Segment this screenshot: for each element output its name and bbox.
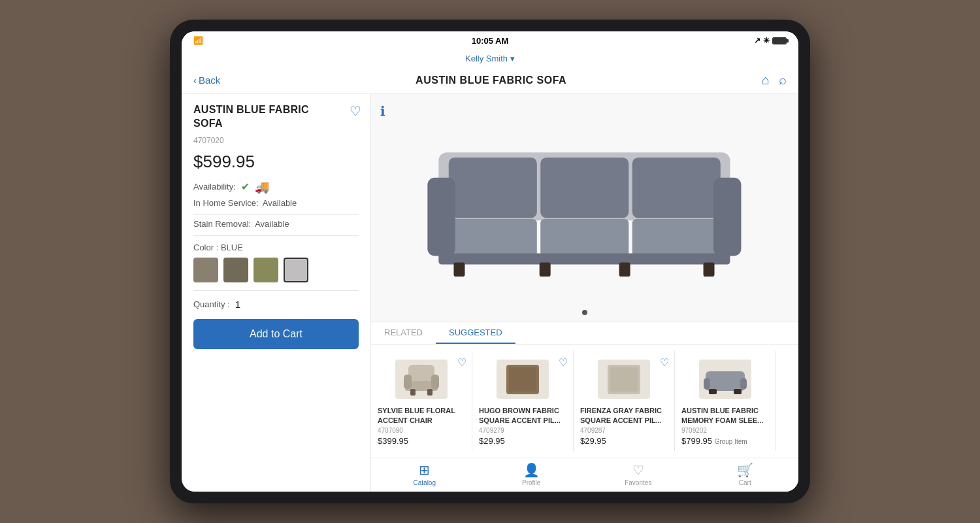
svg-rect-4 [449, 219, 537, 257]
profile-icon: 👤 [523, 462, 540, 478]
svg-rect-12 [619, 263, 630, 277]
color-label: Color : BLUE [193, 243, 359, 252]
item-4-image [699, 360, 751, 399]
item-2-name: HUGO BROWN FABRIC SQUARE ACCENT PIL... [479, 406, 566, 425]
item-2-image-area [479, 356, 566, 402]
stain-removal-label: Stain Removal: [193, 219, 251, 229]
color-selected-label: BLUE [221, 243, 243, 252]
product-title: AUSTIN BLUE FABRIC SOFA [193, 103, 359, 131]
svg-rect-24 [706, 371, 745, 391]
svg-rect-13 [703, 263, 714, 277]
item-3-image [598, 360, 650, 399]
home-icon[interactable]: ⌂ [762, 73, 770, 88]
cart-label: Cart [739, 479, 751, 486]
catalog-label: Catalog [414, 479, 436, 486]
item-1-name: SYLVIE BLUE FLORAL ACCENT CHAIR [378, 406, 465, 425]
tab-profile[interactable]: 👤 Profile [478, 462, 585, 489]
item-1-image [395, 360, 448, 399]
right-panel: ℹ [371, 94, 798, 492]
item-4-name: AUSTIN BLUE FABRIC MEMORY FOAM SLEE... [681, 406, 769, 425]
quantity-value: 1 [235, 299, 240, 310]
svg-rect-11 [540, 263, 551, 277]
tab-cart[interactable]: 🛒 Cart [692, 462, 799, 489]
suggested-item-3[interactable]: ♡ FIRENZA GRAY FABRIC SQUARE ACCENT PIL.… [574, 351, 675, 451]
wifi-indicator: 📶 [193, 36, 233, 45]
item-1-price: $399.95 [378, 436, 465, 446]
color-swatch-1[interactable] [193, 258, 218, 282]
battery-fill [773, 38, 786, 44]
nav-icons: ⌂ ⌕ [762, 73, 787, 88]
item-1-favorite-icon[interactable]: ♡ [457, 356, 466, 369]
svg-rect-6 [632, 219, 721, 257]
color-swatch-2[interactable] [223, 258, 248, 282]
svg-rect-3 [438, 152, 730, 220]
svg-rect-27 [709, 389, 717, 394]
add-to-cart-button[interactable]: Add to Cart [193, 319, 359, 349]
user-name-label: Kelly Smith [465, 54, 508, 63]
color-section: Color : BLUE [193, 243, 359, 291]
bottom-tab-bar: ⊞ Catalog 👤 Profile ♡ Favorites 🛒 Cart [371, 458, 798, 492]
favorite-button[interactable]: ♡ [350, 103, 361, 119]
tab-suggested-label: SUGGESTED [449, 328, 502, 337]
svg-rect-23 [610, 367, 638, 392]
item-2-favorite-icon[interactable]: ♡ [559, 356, 568, 369]
svg-rect-25 [704, 378, 710, 390]
svg-rect-18 [410, 389, 416, 396]
tabs-area: RELATED SUGGESTED ♡ [371, 322, 798, 458]
availability-check-icon: ✔ [241, 180, 250, 193]
stain-removal-row: Stain Removal: Available [193, 219, 359, 236]
cart-icon: 🛒 [737, 462, 753, 478]
delivery-truck-icon: 🚚 [255, 180, 269, 194]
back-button[interactable]: ‹ Back [193, 75, 220, 86]
item-3-favorite-icon[interactable]: ♡ [660, 356, 669, 369]
item-1-image-area [378, 356, 465, 402]
tab-favorites[interactable]: ♡ Favorites [585, 462, 692, 489]
back-label: Back [199, 75, 220, 86]
tablet-screen: 📶 10:05 AM ↗ ✳ Kelly Smith ▾ ‹ Back [182, 31, 798, 492]
product-sku: 4707020 [193, 136, 359, 145]
item-4-group-label: Group Item [715, 438, 747, 445]
favorites-icon: ♡ [632, 462, 644, 478]
in-home-service-label: In Home Service: [193, 198, 259, 208]
item-3-name: FIRENZA GRAY FABRIC SQUARE ACCENT PIL... [580, 406, 668, 425]
profile-label: Profile [522, 479, 540, 486]
color-swatches [193, 258, 359, 282]
item-3-sku: 4709287 [580, 427, 668, 434]
quantity-row: Quantity : 1 [193, 299, 359, 310]
main-content: ♡ AUSTIN BLUE FABRIC SOFA 4707020 $599.9… [182, 94, 798, 492]
color-swatch-4[interactable] [284, 258, 308, 282]
item-3-image-area [580, 356, 668, 402]
svg-rect-17 [431, 375, 439, 389]
page-title: AUSTIN BLUE FABRIC SOFA [416, 75, 566, 86]
tab-catalog[interactable]: ⊞ Catalog [371, 462, 478, 489]
info-button[interactable]: ℹ [380, 103, 385, 119]
in-home-service-value: Available [263, 198, 297, 208]
color-swatch-3[interactable] [253, 258, 278, 282]
item-4-price: $799.95 Group Item [681, 436, 769, 446]
tab-related[interactable]: RELATED [371, 322, 436, 344]
stain-removal-value: Available [255, 219, 289, 229]
svg-rect-28 [734, 389, 742, 394]
nav-header: ‹ Back AUSTIN BLUE FABRIC SOFA ⌂ ⌕ [182, 67, 798, 94]
image-dots-indicator [582, 310, 587, 315]
tabs-row: RELATED SUGGESTED [371, 322, 798, 345]
user-menu[interactable]: Kelly Smith ▾ [465, 54, 515, 63]
svg-rect-19 [427, 389, 433, 396]
suggested-item-4[interactable]: AUSTIN BLUE FABRIC MEMORY FOAM SLEE... 9… [675, 351, 776, 451]
suggested-item-2[interactable]: ♡ HUGO BROWN FABRIC SQUARE ACCENT PIL... [472, 351, 574, 451]
tab-suggested[interactable]: SUGGESTED [436, 322, 515, 344]
suggested-item-1[interactable]: ♡ [371, 351, 472, 451]
availability-row: Availability: ✔ 🚚 [193, 180, 359, 194]
left-panel: ♡ AUSTIN BLUE FABRIC SOFA 4707020 $599.9… [182, 94, 371, 492]
product-image [408, 137, 761, 278]
item-4-image-area [681, 356, 769, 402]
svg-rect-21 [509, 367, 536, 392]
item-4-sku: 9709202 [681, 427, 769, 434]
item-3-price: $29.95 [580, 436, 668, 446]
availability-label: Availability: [193, 182, 236, 192]
battery-indicator [772, 37, 787, 44]
svg-rect-26 [740, 378, 747, 390]
svg-rect-8 [713, 178, 741, 256]
search-icon[interactable]: ⌕ [779, 73, 787, 88]
image-dot-1[interactable] [582, 310, 587, 315]
